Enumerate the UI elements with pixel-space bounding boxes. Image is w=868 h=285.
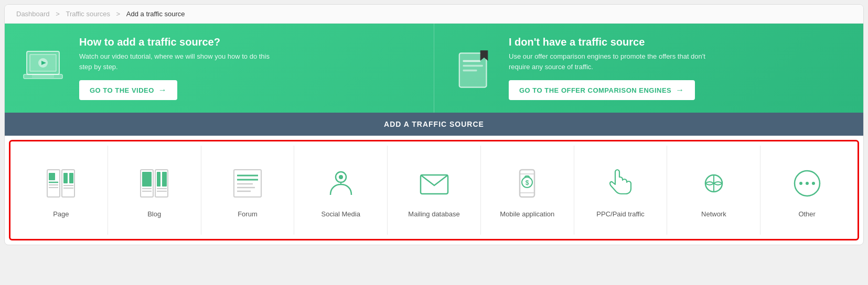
svg-rect-23: [142, 172, 152, 187]
svg-point-51: [806, 182, 809, 185]
banner-left-text: How to add a traffic source? Watch our v…: [79, 36, 278, 100]
mailing-icon: [416, 165, 453, 202]
breadcrumb-dashboard[interactable]: Dashboard: [16, 10, 50, 18]
traffic-item-mobile[interactable]: $ Mobile application: [481, 146, 574, 235]
go-to-video-button[interactable]: GO TO THE VIDEO →: [79, 80, 177, 100]
svg-text:$: $: [526, 179, 529, 187]
forum-icon: [229, 165, 266, 202]
go-to-offer-comparison-button[interactable]: GO TO THE OFFER COMPARISON ENGINES →: [509, 80, 695, 100]
arrow-icon: →: [158, 85, 167, 95]
document-icon: [451, 47, 498, 89]
banner-right-title: I don't have a traffic source: [509, 36, 708, 48]
banner: How to add a traffic source? Watch our v…: [5, 24, 863, 113]
svg-point-38: [339, 175, 343, 179]
svg-rect-4: [24, 74, 62, 79]
forum-label: Forum: [238, 210, 258, 218]
banner-right-text: I don't have a traffic source Use our of…: [509, 36, 708, 100]
banner-left: How to add a traffic source? Watch our v…: [5, 24, 434, 113]
svg-rect-8: [463, 60, 481, 62]
breadcrumb-traffic-sources[interactable]: Traffic sources: [66, 10, 110, 18]
traffic-grid: Page Blog: [15, 146, 853, 235]
ppc-icon: [602, 165, 639, 202]
blog-icon: [136, 165, 173, 202]
traffic-item-blog[interactable]: Blog: [108, 146, 201, 235]
svg-rect-19: [69, 173, 73, 183]
mobile-label: Mobile application: [500, 210, 554, 218]
svg-rect-18: [63, 173, 68, 183]
breadcrumb: Dashboard > Traffic sources > Add a traf…: [5, 5, 863, 24]
svg-point-50: [799, 182, 802, 185]
svg-point-52: [812, 182, 815, 185]
svg-rect-27: [157, 172, 160, 187]
social-media-label: Social Media: [322, 210, 360, 218]
banner-right: I don't have a traffic source Use our of…: [434, 24, 863, 113]
banner-right-description: Use our offer comparison engines to prom…: [509, 51, 708, 72]
banner-left-title: How to add a traffic source?: [79, 36, 278, 48]
laptop-icon: [22, 47, 69, 89]
traffic-item-page[interactable]: Page: [15, 146, 108, 235]
svg-rect-9: [463, 65, 483, 67]
traffic-item-ppc[interactable]: PPC/Paid traffic: [574, 146, 668, 235]
mobile-icon: $: [509, 165, 545, 202]
mailing-label: Mailing database: [408, 210, 459, 218]
banner-left-description: Watch our video tutorial, where we will …: [79, 51, 278, 72]
page-icon: [42, 165, 79, 202]
traffic-grid-wrapper: Page Blog: [9, 140, 859, 240]
svg-rect-13: [49, 173, 55, 180]
blog-label: Blog: [147, 210, 161, 218]
arrow-icon-right: →: [676, 85, 684, 95]
breadcrumb-sep2: >: [116, 10, 122, 18]
traffic-item-forum[interactable]: Forum: [201, 146, 295, 235]
section-header: ADD A TRAFFIC SOURCE: [5, 113, 863, 136]
traffic-item-mailing[interactable]: Mailing database: [388, 146, 481, 235]
network-label: Network: [701, 210, 726, 218]
svg-rect-28: [162, 172, 167, 187]
breadcrumb-sep1: >: [56, 10, 61, 18]
ppc-label: PPC/Paid traffic: [596, 210, 645, 218]
traffic-item-social-media[interactable]: Social Media: [294, 146, 388, 235]
svg-rect-10: [463, 70, 477, 71]
other-icon: [789, 165, 826, 202]
social-media-icon: [323, 165, 359, 202]
breadcrumb-current: Add a traffic source: [126, 10, 185, 18]
page-label: Page: [53, 210, 69, 218]
traffic-item-other[interactable]: Other: [760, 146, 853, 235]
network-icon: [695, 165, 732, 202]
other-label: Other: [798, 210, 816, 218]
main-container: Dashboard > Traffic sources > Add a traf…: [4, 4, 864, 245]
traffic-item-network[interactable]: Network: [667, 146, 760, 235]
